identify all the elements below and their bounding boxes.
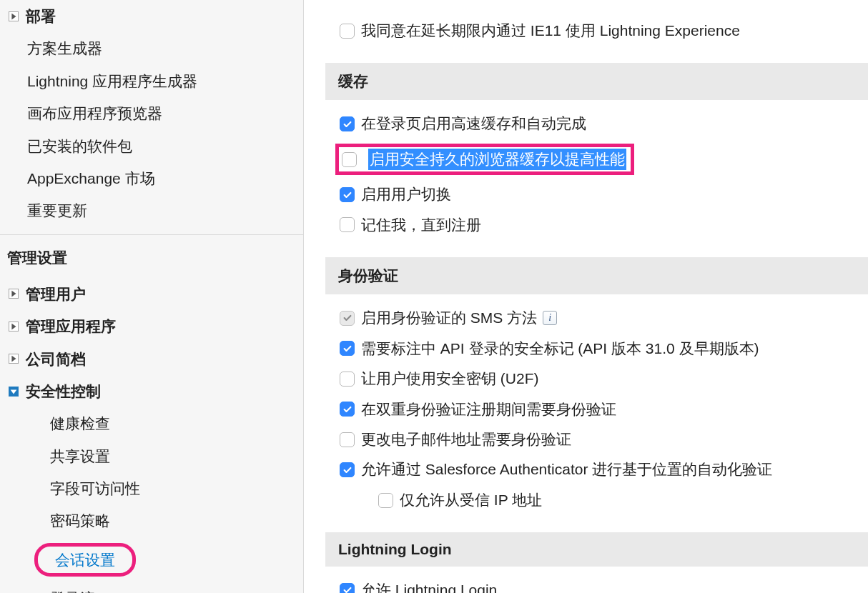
settings-content: 我同意在延长期限内通过 IE11 使用 Lightning Experience… (304, 0, 868, 593)
setting-remember-me[interactable]: 记住我，直到注册 (340, 210, 861, 240)
setting-sms-auth[interactable]: 启用身份验证的 SMS 方法 i (340, 303, 861, 333)
setting-label: 允许 Lightning Login (361, 579, 497, 593)
section-heading-cache: 缓存 (325, 63, 868, 100)
highlighted-setting: 启用安全持久的浏览器缓存以提高性能 (335, 144, 634, 175)
sidebar-section-admin: 管理设置 管理用户 管理应用程序 公司简档 安全性控制 健康检查 (0, 235, 303, 593)
sidebar-item-login-flows[interactable]: 登录流 (0, 582, 303, 593)
checkbox-icon[interactable] (340, 116, 355, 131)
sidebar-item-sharing-settings[interactable]: 共享设置 (0, 440, 303, 472)
sidebar-item-installed-packages[interactable]: 已安装的软件包 (0, 130, 303, 162)
setting-u2f[interactable]: 让用户使用安全密钥 (U2F) (340, 364, 861, 394)
setting-label: 启用安全持久的浏览器缓存以提高性能 (368, 149, 626, 170)
chevron-right-icon (6, 10, 21, 23)
checkbox-icon[interactable] (340, 372, 355, 387)
setting-label: 需要标注中 API 登录的安全标记 (API 版本 31.0 及早期版本) (361, 338, 759, 359)
sidebar-group-deploy-label: 部署 (26, 6, 56, 26)
setting-cache-login[interactable]: 在登录页启用高速缓存和自动完成 (340, 109, 861, 139)
section-heading-lightning-login: Lightning Login (325, 532, 868, 567)
setting-email-change-auth[interactable]: 更改电子邮件地址需要身份验证 (340, 424, 861, 454)
checkbox-icon[interactable] (340, 402, 355, 417)
checkbox-icon[interactable] (340, 341, 355, 356)
setting-label: 允许通过 Salesforce Authenticator 进行基于位置的自动化… (361, 459, 772, 480)
setting-allow-lightning-login[interactable]: 允许 Lightning Login (340, 575, 861, 593)
checkbox-icon[interactable] (378, 493, 393, 508)
sidebar-item-canvas-previewer[interactable]: 画布应用程序预览器 (0, 97, 303, 129)
setting-label: 启用用户切换 (361, 184, 451, 205)
setting-label: 仅允许从受信 IP 地址 (400, 489, 542, 511)
setting-user-switching[interactable]: 启用用户切换 (340, 179, 861, 209)
setting-label: 我同意在延长期限内通过 IE11 使用 Lightning Experience (361, 20, 740, 41)
checkbox-icon[interactable] (340, 187, 355, 202)
sidebar-item-appexchange[interactable]: AppExchange 市场 (0, 162, 303, 194)
settings-sidebar: 部署 方案生成器 Lightning 应用程序生成器 画布应用程序预览器 已安装… (0, 0, 304, 593)
setting-label: 让用户使用安全密钥 (U2F) (361, 368, 539, 389)
setting-label: 更改电子邮件地址需要身份验证 (361, 429, 571, 450)
sidebar-item-critical-updates[interactable]: 重要更新 (0, 194, 303, 226)
section-heading-auth: 身份验证 (325, 257, 868, 294)
section-body-auth: 启用身份验证的 SMS 方法 i 需要标注中 API 登录的安全标记 (API … (340, 294, 861, 515)
setting-secure-persistent-cache[interactable]: 启用安全持久的浏览器缓存以提高性能 (340, 139, 861, 179)
checkbox-icon[interactable] (342, 152, 357, 167)
sidebar-group-deploy[interactable]: 部署 (0, 0, 303, 32)
chevron-right-icon (6, 352, 21, 365)
sidebar-item-session-settings[interactable]: 会话设置 (0, 537, 303, 582)
chevron-right-icon (6, 287, 21, 300)
sidebar-item-session-settings-label: 会话设置 (34, 543, 136, 577)
checkbox-icon[interactable] (340, 432, 355, 447)
sidebar-heading-admin: 管理设置 (0, 235, 303, 278)
setting-label: 在登录页启用高速缓存和自动完成 (361, 113, 586, 134)
info-icon[interactable]: i (543, 311, 557, 325)
sidebar-item-scheme-builder[interactable]: 方案生成器 (0, 32, 303, 64)
setting-label: 启用身份验证的 SMS 方法 (361, 307, 537, 329)
setting-mfa-registration[interactable]: 在双重身份验证注册期间需要身份验证 (340, 394, 861, 424)
sidebar-group-manage-apps[interactable]: 管理应用程序 (0, 310, 303, 342)
setting-authenticator-location[interactable]: 允许通过 Salesforce Authenticator 进行基于位置的自动化… (340, 454, 861, 484)
sidebar-group-manage-users[interactable]: 管理用户 (0, 278, 303, 310)
checkbox-icon (340, 311, 355, 326)
setting-ie11-consent[interactable]: 我同意在延长期限内通过 IE11 使用 Lightning Experience (340, 16, 861, 46)
section-body-lightning-login: 允许 Lightning Login (340, 567, 861, 593)
checkbox-icon[interactable] (340, 24, 355, 39)
chevron-down-icon (6, 385, 21, 398)
sidebar-group-security-controls[interactable]: 安全性控制 (0, 375, 303, 407)
sidebar-group-company-profile[interactable]: 公司简档 (0, 343, 303, 375)
setting-label: 记住我，直到注册 (361, 214, 481, 236)
checkbox-icon[interactable] (340, 217, 355, 232)
sidebar-item-password-policies[interactable]: 密码策略 (0, 504, 303, 537)
sidebar-item-health-check[interactable]: 健康检查 (0, 407, 303, 439)
setting-api-security-token[interactable]: 需要标注中 API 登录的安全标记 (API 版本 31.0 及早期版本) (340, 334, 861, 364)
sidebar-item-field-accessibility[interactable]: 字段可访问性 (0, 472, 303, 504)
chevron-right-icon (6, 320, 21, 333)
checkbox-icon[interactable] (340, 583, 355, 593)
setting-trusted-ip-only[interactable]: 仅允许从受信 IP 地址 (340, 485, 861, 515)
sidebar-item-lightning-app-builder[interactable]: Lightning 应用程序生成器 (0, 65, 303, 97)
checkbox-icon[interactable] (340, 462, 355, 477)
section-body-cache: 在登录页启用高速缓存和自动完成 启用安全持久的浏览器缓存以提高性能 启用用户切换… (340, 100, 861, 240)
setting-label: 在双重身份验证注册期间需要身份验证 (361, 399, 616, 420)
sidebar-section-build: 部署 方案生成器 Lightning 应用程序生成器 画布应用程序预览器 已安装… (0, 0, 303, 235)
